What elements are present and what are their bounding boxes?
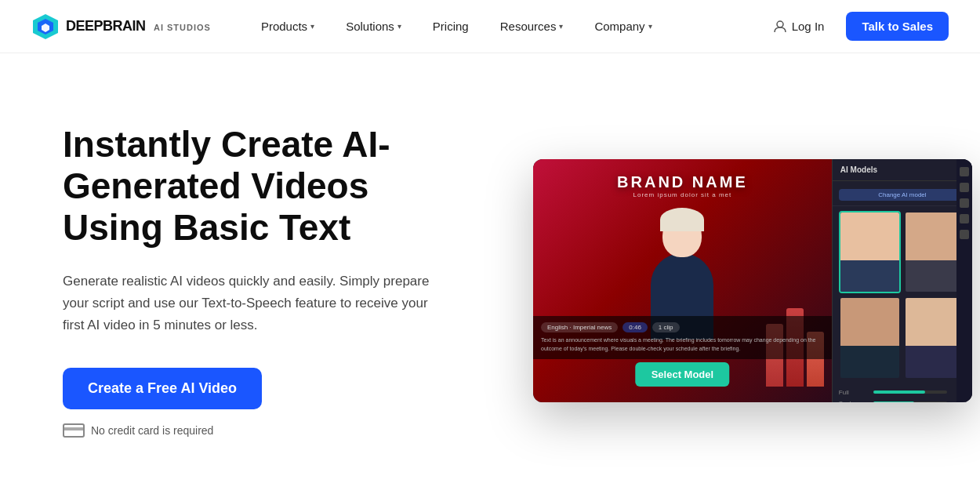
logo-text: DEEPBRAIN AI STUDIOS: [66, 18, 211, 35]
brand-overlay: BRAND NAME Lorem ipsum dolor sit a met: [541, 173, 824, 198]
avatar-face-2: [906, 212, 964, 292]
chevron-down-icon: ▾: [310, 22, 314, 31]
sidebar-icon-1[interactable]: [960, 167, 969, 176]
hero-left: Instantly Create AI-Generated Videos Usi…: [63, 124, 470, 438]
avatar-grid: [833, 206, 972, 384]
hero-section: Instantly Create AI-Generated Videos Usi…: [0, 53, 980, 492]
sidebar-icon-3[interactable]: [960, 198, 969, 208]
nav-right: Log In Talk to Sales: [760, 12, 949, 41]
control-full: Full 70: [839, 389, 966, 396]
avatar-option-1[interactable]: [839, 211, 901, 293]
mockup-sidebar: AI Models Change AI model: [832, 159, 972, 402]
no-credit-card-notice: No credit card is required: [63, 423, 470, 438]
nav-label-company: Company: [594, 20, 644, 33]
avatar-option-3[interactable]: [839, 296, 901, 379]
hero-description: Generate realistic AI videos quickly and…: [63, 271, 439, 336]
nav-item-pricing[interactable]: Pricing: [420, 13, 481, 39]
avatar-face-4: [906, 298, 964, 377]
svg-point-3: [777, 21, 783, 27]
nav-label-pricing: Pricing: [433, 20, 469, 33]
change-ai-model-button[interactable]: Change AI model: [839, 189, 966, 201]
avatar-hair: [660, 208, 704, 231]
nav-item-resources[interactable]: Resources ▾: [488, 13, 576, 39]
sidebar-icon-2[interactable]: [960, 183, 969, 192]
avatar-head: [662, 214, 702, 257]
logo[interactable]: DEEPBRAIN AI STUDIOS: [31, 13, 211, 41]
sidebar-icon-4[interactable]: [960, 214, 969, 223]
hero-title: Instantly Create AI-Generated Videos Usi…: [63, 124, 470, 249]
chevron-down-icon: ▾: [559, 22, 563, 31]
nav-item-products[interactable]: Products ▾: [249, 13, 327, 39]
nav-label-resources: Resources: [500, 20, 557, 33]
control-scale: Scale 55: [839, 400, 966, 402]
count-pill: 1 clip: [652, 322, 680, 332]
mockup-caption-bar: English · Imperial news 0:46 1 clip Text…: [533, 316, 832, 359]
nav-item-solutions[interactable]: Solutions ▾: [333, 13, 414, 39]
nav-label-solutions: Solutions: [346, 20, 394, 33]
avatar-face-3: [840, 298, 899, 377]
user-icon: [773, 20, 787, 34]
logo-icon: [31, 13, 60, 41]
full-slider[interactable]: [873, 390, 947, 394]
select-model-button[interactable]: Select Model: [636, 362, 729, 387]
logo-sub-text: AI STUDIOS: [154, 23, 211, 32]
caption-text: Text is an announcement where visuals a …: [541, 336, 824, 353]
talk-to-sales-button[interactable]: Talk to Sales: [846, 12, 949, 41]
avatar-face-1: [840, 212, 899, 292]
duration-pill: 0:46: [622, 322, 648, 332]
sidebar-icon-5[interactable]: [960, 230, 969, 239]
brand-name-text: BRAND NAME: [541, 173, 824, 191]
login-label: Log In: [792, 20, 825, 33]
scale-slider[interactable]: [873, 401, 947, 402]
nav-links: Products ▾ Solutions ▾ Pricing Resources…: [249, 13, 760, 39]
nav-label-products: Products: [261, 20, 307, 33]
chevron-down-icon: ▾: [648, 22, 652, 31]
sidebar-icon-strip: [956, 159, 972, 402]
no-cc-text: No credit card is required: [91, 424, 213, 437]
sidebar-controls: Full 70 Scale 55 Position: [833, 384, 972, 402]
product-mockup: BRAND NAME Lorem ipsum dolor sit a met: [533, 159, 972, 402]
hero-right: BRAND NAME Lorem ipsum dolor sit a met: [533, 159, 972, 402]
bar-controls: English · Imperial news 0:46 1 clip: [541, 322, 824, 332]
nav-item-company[interactable]: Company ▾: [582, 13, 664, 39]
credit-card-icon: [63, 423, 85, 438]
chevron-down-icon: ▾: [397, 22, 401, 31]
language-pill: English · Imperial news: [541, 322, 618, 332]
login-button[interactable]: Log In: [760, 13, 837, 40]
navbar: DEEPBRAIN AI STUDIOS Products ▾ Solution…: [0, 0, 980, 53]
mockup-video-area: BRAND NAME Lorem ipsum dolor sit a met: [533, 159, 832, 402]
sidebar-change-model: Change AI model: [833, 181, 972, 206]
sidebar-header: AI Models: [833, 159, 972, 181]
brand-sub-text: Lorem ipsum dolor sit a met: [541, 191, 824, 198]
logo-main-text: DEEPBRAIN: [66, 18, 146, 34]
create-free-video-button[interactable]: Create a Free AI Video: [63, 368, 262, 409]
